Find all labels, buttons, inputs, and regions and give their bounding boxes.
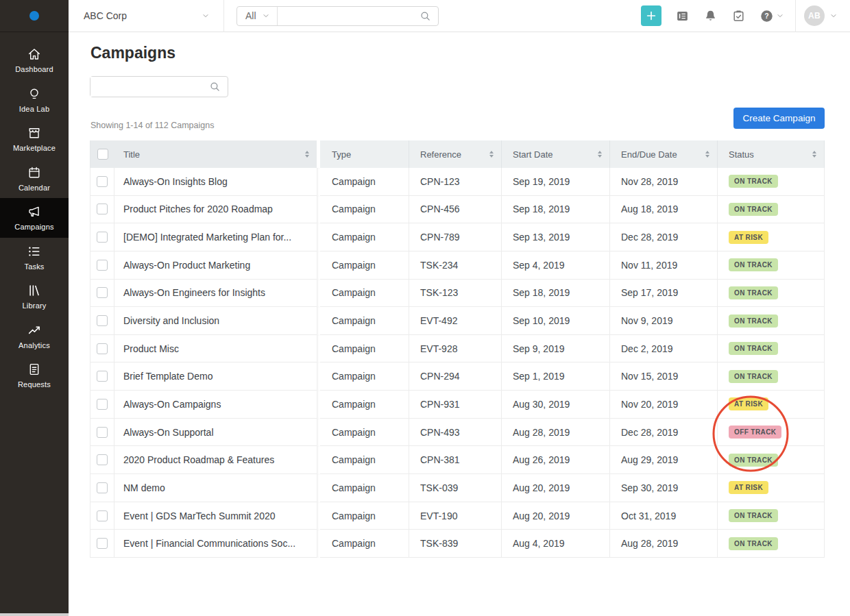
table-row[interactable]: Always-On Supportal Campaign CPN-493 Aug… (90, 419, 825, 447)
global-search-input[interactable] (278, 7, 420, 25)
campaign-type: Campaign (320, 474, 409, 502)
campaign-title[interactable]: Always-On Engineers for Insights (114, 280, 317, 308)
campaign-filter-input[interactable] (90, 77, 209, 97)
sidebar-item-idea-lab[interactable]: Idea Lab (0, 80, 69, 120)
row-checkbox[interactable] (97, 371, 108, 382)
sidebar-item-tasks[interactable]: Tasks (0, 238, 69, 278)
row-checkbox[interactable] (97, 427, 108, 438)
table-row[interactable]: Always-On Campaigns Campaign CPN-931 Aug… (90, 391, 825, 419)
campaign-end-date: Sep 30, 2019 (609, 474, 717, 502)
row-checkbox[interactable] (97, 482, 108, 493)
select-all-checkbox[interactable] (97, 149, 108, 160)
table-row[interactable]: Product Misc Campaign EVT-928 Sep 9, 201… (90, 335, 825, 363)
campaigns-table: Title Type Reference Start Date End/Due … (90, 140, 825, 558)
status-badge: ON TRACK (729, 258, 778, 271)
clipboard-check-icon[interactable] (731, 9, 746, 23)
table-row[interactable]: [DEMO] Integrated Marketing Plan for... … (90, 223, 825, 251)
campaign-reference: CPN-493 (409, 419, 501, 447)
sidebar-nav: Dashboard Idea Lab Marketplace Calendar (0, 32, 69, 395)
campaign-reference: CPN-294 (409, 362, 501, 391)
help-menu[interactable]: ? (760, 9, 784, 23)
feed-icon[interactable] (675, 9, 690, 23)
campaign-title[interactable]: Product Pitches for 2020 Roadmap (114, 196, 317, 224)
app-logo[interactable] (0, 0, 69, 32)
campaign-start-date: Aug 20, 2019 (501, 502, 609, 530)
campaign-title[interactable]: Diversity and Inclusion (114, 307, 317, 335)
campaign-title[interactable]: Always-On Campaigns (114, 391, 317, 419)
campaign-status-cell: ON TRACK (717, 446, 825, 474)
sidebar: Dashboard Idea Lab Marketplace Calendar (0, 0, 69, 613)
campaign-status-cell: ON TRACK (717, 251, 825, 280)
campaign-title[interactable]: NM demo (114, 474, 317, 502)
sidebar-item-requests[interactable]: Requests (0, 356, 69, 395)
table-row[interactable]: Brief Template Demo Campaign CPN-294 Sep… (90, 362, 825, 391)
bell-icon[interactable] (703, 9, 718, 23)
search-scope-value: All (245, 10, 256, 21)
campaign-title[interactable]: Product Misc (114, 335, 317, 363)
add-button[interactable] (641, 5, 661, 26)
sidebar-item-analytics[interactable]: Analytics (0, 317, 69, 356)
row-checkbox[interactable] (97, 232, 108, 243)
column-header-status[interactable]: Status (717, 140, 825, 168)
campaign-end-date: Aug 28, 2019 (609, 530, 717, 558)
library-icon (27, 283, 42, 298)
org-selector[interactable]: ABC Corp (84, 0, 224, 32)
table-row[interactable]: 2020 Product Roadmap & Features Campaign… (90, 446, 825, 474)
status-badge: AT RISK (729, 481, 768, 494)
row-checkbox[interactable] (97, 176, 108, 187)
campaign-title[interactable]: Event | Financial Communications Soc... (114, 530, 317, 558)
user-menu[interactable]: AB (804, 5, 838, 26)
table-header: Title Type Reference Start Date End/Due … (90, 140, 825, 168)
row-checkbox[interactable] (97, 538, 108, 549)
campaign-reference: TSK-123 (409, 280, 501, 308)
row-checkbox[interactable] (97, 315, 108, 326)
column-header-start-date[interactable]: Start Date (501, 140, 609, 168)
table-row[interactable]: NM demo Campaign TSK-039 Aug 20, 2019 Se… (90, 474, 825, 502)
lightbulb-icon (27, 86, 42, 101)
table-row[interactable]: Product Pitches for 2020 Roadmap Campaig… (90, 196, 825, 224)
table-row[interactable]: Event | Financial Communications Soc... … (90, 530, 825, 558)
sidebar-item-calendar[interactable]: Calendar (0, 159, 69, 199)
column-header-end-due-date[interactable]: End/Due Date (609, 140, 717, 168)
campaign-end-date: Dec 28, 2019 (609, 223, 717, 251)
campaign-start-date: Sep 18, 2019 (501, 196, 609, 224)
campaign-title[interactable]: 2020 Product Roadmap & Features (114, 446, 317, 474)
search-scope-dropdown[interactable]: All (237, 7, 278, 25)
sidebar-item-campaigns[interactable]: Campaigns (0, 198, 69, 238)
campaign-type: Campaign (320, 251, 409, 280)
campaign-reference: TSK-234 (409, 251, 501, 280)
campaign-title[interactable]: Always-On Insights Blog (114, 168, 317, 196)
row-checkbox[interactable] (97, 399, 108, 410)
table-row[interactable]: Event | GDS MarTech Summit 2020 Campaign… (90, 502, 825, 530)
table-row[interactable]: Always-On Engineers for Insights Campaig… (90, 280, 825, 308)
table-row[interactable]: Always-On Product Marketing Campaign TSK… (90, 251, 825, 280)
campaign-reference: EVT-190 (409, 502, 501, 530)
sidebar-item-marketplace[interactable]: Marketplace (0, 119, 69, 159)
campaign-status-cell: AT RISK (717, 223, 825, 251)
create-campaign-button[interactable]: Create Campaign (733, 108, 825, 129)
campaign-end-date: Nov 28, 2019 (609, 168, 717, 196)
column-header-reference[interactable]: Reference (409, 140, 501, 168)
campaign-start-date: Aug 26, 2019 (501, 446, 609, 474)
storefront-icon (27, 125, 42, 140)
row-checkbox[interactable] (97, 343, 108, 354)
sidebar-item-dashboard[interactable]: Dashboard (0, 40, 69, 80)
row-checkbox[interactable] (97, 287, 108, 298)
campaign-title[interactable]: [DEMO] Integrated Marketing Plan for... (114, 223, 317, 251)
row-checkbox[interactable] (97, 454, 108, 465)
sidebar-scroll-track (0, 613, 69, 616)
sidebar-item-library[interactable]: Library (0, 277, 69, 317)
row-checkbox[interactable] (97, 260, 108, 271)
table-row[interactable]: Always-On Insights Blog Campaign CPN-123… (90, 168, 825, 196)
status-badge: AT RISK (729, 397, 768, 410)
campaign-title[interactable]: Brief Template Demo (114, 362, 317, 391)
status-badge: OFF TRACK (729, 426, 781, 439)
row-checkbox[interactable] (97, 204, 108, 214)
campaign-end-date: Dec 2, 2019 (609, 335, 717, 363)
column-header-title[interactable]: Title (114, 140, 317, 168)
campaign-title[interactable]: Always-On Product Marketing (114, 251, 317, 280)
row-checkbox[interactable] (97, 510, 108, 521)
table-row[interactable]: Diversity and Inclusion Campaign EVT-492… (90, 307, 825, 335)
campaign-title[interactable]: Event | GDS MarTech Summit 2020 (114, 502, 317, 530)
campaign-title[interactable]: Always-On Supportal (114, 419, 317, 447)
